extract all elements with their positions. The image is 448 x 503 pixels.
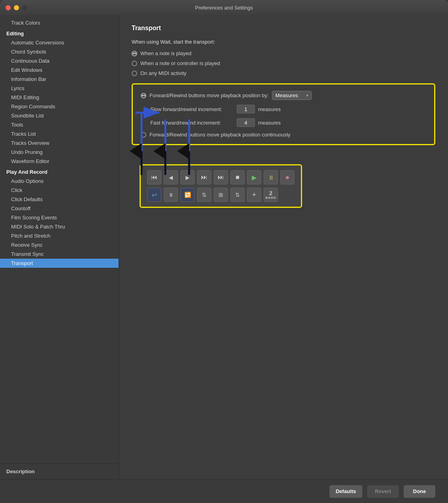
sidebar-item-film-scoring-events[interactable]: Film Scoring Events [0, 213, 119, 222]
sidebar-item-chord-symbols[interactable]: Chord Symbols [0, 47, 119, 56]
transport-row-2: ↩ ⏸ 🔁 ⇅ ⊞ ⇅ + 2 BARS [147, 188, 295, 202]
bottom-bar: Defaults Revert Done [0, 479, 448, 503]
bars-text: BARS [266, 196, 276, 200]
radio-dot-3 [132, 71, 137, 76]
slow-increment-row: Slow forward/rewind increment: measures [141, 105, 426, 113]
minimize-button[interactable] [14, 5, 19, 10]
maximize-button [22, 5, 27, 10]
sidebar-item-editing: Editing [0, 27, 119, 38]
fast-increment-unit: measures [258, 120, 281, 126]
fast-increment-row: Fast forward/rewind increment: measures [141, 118, 426, 127]
play-button[interactable]: ▶ [247, 170, 261, 184]
sidebar-item-soundbite-list[interactable]: Soundbite List [0, 111, 119, 120]
highlight-inner: Forward/Rewind buttons move playback pos… [141, 91, 426, 138]
preferences-window: Preferences and Settings Track ColorsEdi… [0, 0, 448, 503]
radio-when-note-played[interactable]: When a note is played [132, 50, 435, 56]
sidebar-item-tracks-overview[interactable]: Tracks Overview [0, 138, 119, 148]
pause2-button[interactable]: ⏸ [164, 188, 178, 202]
record-button[interactable]: ● [280, 170, 295, 184]
sidebar-item-play-and-record: Play And Record [0, 166, 119, 177]
slow-increment-label: Slow forward/rewind increment: [150, 106, 234, 112]
sidebar-item-continuous-data[interactable]: Continuous Data [0, 56, 119, 65]
plus-button[interactable]: + [247, 188, 261, 202]
bars-counter-button[interactable]: 2 BARS [264, 188, 278, 202]
top-radio-group: When a note is played When a note or con… [132, 50, 435, 76]
sidebar-item-waveform-editor[interactable]: Waveform Editor [0, 157, 119, 166]
rewind-fast-button[interactable]: ⏮ [147, 170, 161, 184]
done-button[interactable]: Done [404, 485, 435, 498]
sidebar-item-automatic-conversions[interactable]: Automatic Conversions [0, 38, 119, 47]
transport-label: When using Wait, start the transport: [132, 39, 435, 45]
undo-button[interactable]: ↩ [147, 188, 161, 202]
slow-increment-unit: measures [258, 106, 281, 112]
transport-row-1: ⏮ ◀ ▶ ⏭ ⏭ ■ ▶ ⏸ ● [147, 170, 295, 184]
description-area: Description [0, 463, 119, 479]
sidebar-item-tools[interactable]: Tools [0, 120, 119, 129]
sidebar-scroll[interactable]: Track ColorsEditingAutomatic Conversions… [0, 15, 119, 463]
pause-button[interactable]: ⏸ [264, 170, 278, 184]
fast-increment-input[interactable] [237, 118, 255, 127]
sidebar-item-click-defaults[interactable]: Click Defaults [0, 195, 119, 204]
sidebar-item-undo-pruning[interactable]: Undo Pruning [0, 148, 119, 157]
sidebar-item-audio-options[interactable]: Audio Options [0, 177, 119, 186]
forward-rewind-radio-row: Forward/Rewind buttons move playback pos… [141, 91, 426, 100]
sidebar: Track ColorsEditingAutomatic Conversions… [0, 15, 119, 479]
forward-fast-button[interactable]: ⏭ [197, 170, 211, 184]
radio-on-any-midi[interactable]: On any MIDI activity [132, 70, 435, 76]
grid-button[interactable]: ⊞ [214, 188, 228, 202]
loop-button[interactable]: 🔁 [180, 188, 195, 202]
sidebar-item-transmit-sync[interactable]: Transmit Sync [0, 250, 119, 259]
transport-widget-box: ⏮ ◀ ▶ ⏭ ⏭ ■ ▶ ⏸ ● ↩ ⏸ [140, 164, 302, 208]
sidebar-item-midi-editing[interactable]: MIDI Editing [0, 93, 119, 102]
revert-button[interactable]: Revert [367, 485, 399, 498]
radio-dot-fw [141, 93, 146, 98]
radio-dot-1 [132, 51, 137, 56]
sidebar-item-countoff[interactable]: Countoff [0, 204, 119, 213]
title-bar: Preferences and Settings [0, 0, 448, 15]
radio-label-3: On any MIDI activity [140, 70, 186, 76]
to-start-button[interactable]: ⏭ [214, 170, 228, 184]
content-area: Transport When using Wait, start the tra… [119, 15, 448, 479]
highlight-box: Forward/Rewind buttons move playback pos… [132, 83, 435, 145]
radio-when-note-controller[interactable]: When a note or controller is played [132, 60, 435, 66]
sidebar-item-information-bar[interactable]: Information Bar [0, 75, 119, 84]
window-controls [6, 5, 27, 10]
sidebar-item-pitch-and-stretch[interactable]: Pitch and Stretch [0, 231, 119, 240]
slow-increment-input[interactable] [237, 105, 255, 113]
defaults-button[interactable]: Defaults [329, 485, 362, 498]
sidebar-item-receive-sync[interactable]: Receive Sync [0, 240, 119, 250]
stop-button[interactable]: ■ [230, 170, 245, 184]
forward-rewind-label: Forward/Rewind buttons move playback pos… [149, 92, 269, 98]
rewind-slow-button[interactable]: ◀ [164, 170, 178, 184]
sort-down-button[interactable]: ⇅ [197, 188, 211, 202]
radio-dot-continuous [141, 132, 146, 138]
continuous-label: Forward/Rewind buttons move playback pos… [149, 132, 291, 138]
window-title: Preferences and Settings [195, 5, 253, 11]
bars-number: 2 [269, 190, 272, 196]
transport-widget-area: ⏮ ◀ ▶ ⏭ ⏭ ■ ▶ ⏸ ● ↩ ⏸ [140, 161, 435, 208]
sidebar-item-click[interactable]: Click [0, 186, 119, 195]
annotation-area: ⏮ ◀ ▶ ⏭ ⏭ ■ ▶ ⏸ ● ↩ ⏸ [132, 153, 435, 208]
continuous-radio-row: Forward/Rewind buttons move playback pos… [141, 132, 426, 138]
measures-dropdown[interactable]: Measures Beats Seconds Frames [272, 91, 312, 100]
radio-label-1: When a note is played [140, 50, 191, 56]
close-button[interactable] [6, 5, 11, 10]
main-content: Track ColorsEditingAutomatic Conversions… [0, 15, 448, 479]
sidebar-item-tracks-list[interactable]: Tracks List [0, 129, 119, 138]
section-title: Transport [132, 25, 435, 32]
radio-dot-2 [132, 61, 137, 66]
sidebar-item-edit-windows[interactable]: Edit Windows [0, 65, 119, 75]
sidebar-item-transport[interactable]: Transport [0, 259, 119, 268]
forward-slow-button[interactable]: ▶ [180, 170, 195, 184]
measures-dropdown-wrapper: Measures Beats Seconds Frames [272, 91, 312, 100]
sidebar-item-track-colors[interactable]: Track Colors [0, 18, 119, 27]
sidebar-item-region-commands[interactable]: Region Commands [0, 102, 119, 111]
fast-increment-label: Fast forward/rewind increment: [150, 120, 234, 126]
description-label: Description [6, 468, 35, 474]
sidebar-item-midi-solo-patch[interactable]: MIDI Solo & Patch Thru [0, 222, 119, 231]
radio-label-2: When a note or controller is played [140, 60, 220, 66]
sort-up-button[interactable]: ⇅ [230, 188, 245, 202]
sidebar-item-lyrics[interactable]: Lyrics [0, 84, 119, 93]
